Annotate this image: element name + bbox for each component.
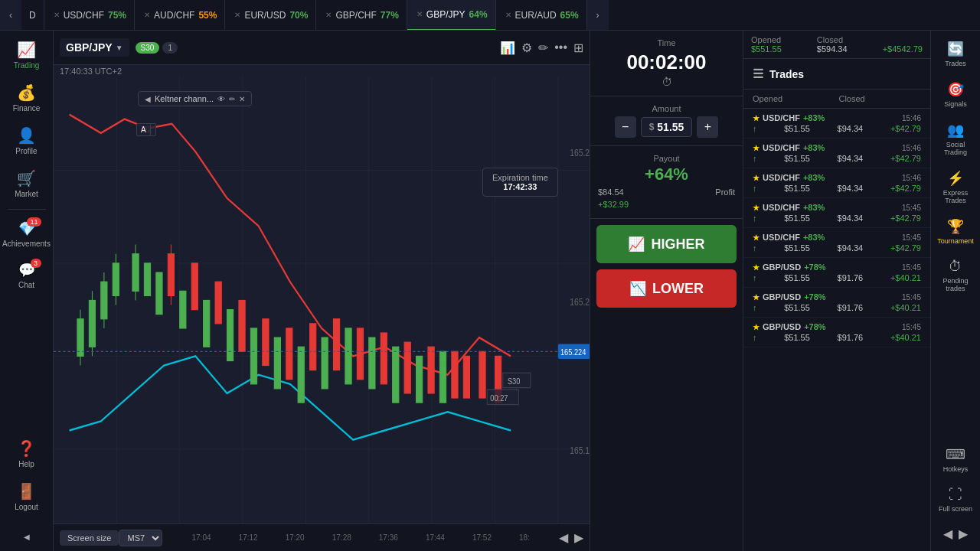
trade-opened-7: $51.55 — [784, 333, 810, 342]
sidebar-item-chat[interactable]: 💬 3 Chat — [2, 256, 51, 295]
rs-signals-icon: 🎯 — [947, 81, 964, 98]
trade-pct-1: +83% — [803, 143, 825, 152]
payout-row: $84.54 Profit — [598, 186, 735, 198]
amount-decrease-button[interactable]: − — [615, 116, 636, 138]
trade-profit-0: +$42.79 — [890, 124, 921, 133]
chat-badge-count: 3 — [31, 259, 41, 268]
indicator-eye-icon[interactable]: 👁 — [217, 95, 225, 103]
higher-label: HIGHER — [651, 236, 704, 253]
trade-row: ★ GBP/USD +78% 15:45 ↑ $51.55 $91.76 +$4… — [743, 318, 930, 347]
chart-right-arrow[interactable]: ▶ — [574, 530, 583, 545]
sidebar-item-achievements[interactable]: 💎 11 Achievements — [2, 214, 51, 254]
rs-item-signals[interactable]: 🎯 Signals — [932, 75, 979, 114]
rs-signals-label: Signals — [944, 100, 967, 108]
chart-left-arrow[interactable]: ◀ — [559, 530, 568, 545]
time-label-3: 17:28 — [332, 533, 351, 542]
svg-rect-49 — [381, 333, 387, 384]
trades-panel: Opened $551.55 Closed $594.34 +$4542.79 … — [743, 31, 930, 551]
rs-item-hotkeys[interactable]: ⌨ Hotkeys — [932, 440, 979, 479]
svg-rect-29 — [227, 310, 233, 361]
trade-pair-2: USD/CHF — [763, 173, 800, 182]
tab-d-label: D — [29, 10, 36, 21]
tab-close-euraud[interactable]: ✕ — [505, 11, 511, 19]
sidebar-chat-label: Chat — [18, 281, 34, 289]
tab-gbpchf[interactable]: ✕ GBP/CHF 77% — [316, 0, 407, 31]
payout-label: Payout — [598, 154, 735, 163]
toolbar-badge-s30[interactable]: S30 — [136, 42, 160, 54]
pair-selector[interactable]: GBP/JPY ▼ — [60, 38, 129, 57]
rs-item-fullscreen[interactable]: ⛶ Full screen — [932, 481, 979, 519]
tab-euraud[interactable]: ✕ EUR/AUD 65% — [496, 0, 587, 31]
rs-item-social[interactable]: 👥 Social Trading — [932, 116, 979, 162]
trade-up-arrow-1: ↑ — [753, 154, 757, 163]
tab-close-audchf[interactable]: ✕ — [144, 11, 150, 19]
chart-settings-icon[interactable]: ⚙ — [521, 41, 532, 55]
sidebar-item-logout[interactable]: 🚪 Logout — [2, 476, 51, 517]
chart-type-icon[interactable]: 📊 — [500, 41, 515, 55]
indicator-back-icon[interactable]: ◀ — [145, 95, 151, 103]
screen-size-button[interactable]: Screen size — [60, 530, 119, 546]
chart-pen-icon[interactable]: ✏ — [538, 41, 548, 55]
rs-left-arrow[interactable]: ◀ — [943, 527, 952, 541]
tab-eurusd[interactable]: ✕ EUR/USD 70% — [225, 0, 316, 31]
payout-section: Payout +64% $84.54 Profit +$32.99 — [590, 146, 743, 219]
amount-control: − $ 51.55 + — [598, 116, 735, 138]
svg-rect-26 — [156, 272, 162, 315]
sidebar-item-market[interactable]: 🛒 Market — [2, 163, 51, 204]
svg-rect-37 — [416, 356, 423, 403]
tab-audchf-pct: 55% — [198, 10, 217, 21]
rs-item-trades[interactable]: 🔄 Trades — [932, 34, 979, 73]
tab-gbpjpy[interactable]: ✕ GBP/JPY 64% — [407, 0, 496, 31]
rs-right-arrow[interactable]: ▶ — [959, 527, 968, 541]
trade-opened-0: $51.55 — [784, 124, 810, 133]
tab-usdchf[interactable]: ✕ USD/CHF 75% — [44, 0, 135, 31]
trade-row: ★ USD/CHF +83% 15:46 ↑ $51.55 $94.34 +$4… — [743, 139, 930, 168]
tab-audchf[interactable]: ✕ AUD/CHF 55% — [135, 0, 225, 31]
rs-hotkeys-label: Hotkeys — [943, 465, 969, 473]
amount-value: 51.55 — [657, 121, 684, 133]
higher-button[interactable]: 📈 HIGHER — [596, 225, 737, 263]
pair-label: GBP/JPY — [66, 41, 113, 54]
rs-item-tournament[interactable]: 🏆 Tournament — [932, 212, 979, 251]
svg-rect-38 — [439, 351, 446, 403]
svg-rect-36 — [393, 347, 399, 403]
sidebar-nav-left[interactable]: ◀ — [2, 527, 51, 547]
lower-button[interactable]: 📉 LOWER — [596, 269, 737, 308]
tab-close-eurusd[interactable]: ✕ — [234, 11, 240, 19]
rs-item-express[interactable]: ⚡ Express Trades — [932, 164, 979, 210]
trades-header: ☰ Trades — [743, 59, 930, 90]
trade-pct-5: +78% — [804, 262, 825, 272]
tab-d[interactable]: D — [21, 0, 44, 31]
rs-item-pending[interactable]: ⏱ Pending trades — [932, 253, 979, 298]
trade-pair-0: USD/CHF — [763, 113, 800, 122]
chart-grid-icon[interactable]: ⊞ — [573, 41, 583, 55]
tab-prev-button[interactable]: ‹ — [0, 0, 21, 31]
amount-currency: $ — [649, 122, 655, 132]
tab-gbpjpy-label: GBP/JPY — [426, 9, 466, 20]
stat-profit: +$4542.79 — [883, 44, 923, 54]
tab-close-gbpchf[interactable]: ✕ — [325, 11, 332, 19]
tab-close-gbpjpy[interactable]: ✕ — [416, 10, 423, 18]
svg-rect-52 — [452, 351, 458, 398]
rs-express-icon: ⚡ — [947, 170, 964, 187]
trade-pair-1: USD/CHF — [763, 143, 800, 152]
sidebar-item-profile[interactable]: 👤 Profile — [2, 120, 51, 161]
trades-list-icon: ☰ — [753, 67, 763, 81]
chart-svg: 165.250 165.200 165.150 — [54, 77, 590, 523]
indicator-close-icon[interactable]: ✕ — [239, 95, 245, 103]
sidebar-item-trading[interactable]: 📈 Trading — [2, 34, 51, 76]
tab-close-usdchf[interactable]: ✕ — [54, 11, 60, 19]
chart-more-icon[interactable]: ••• — [554, 41, 567, 55]
svg-rect-32 — [298, 347, 304, 403]
trade-opened-1: $51.55 — [784, 154, 810, 163]
amount-increase-button[interactable]: + — [697, 116, 718, 138]
ms-select[interactable]: MS7 MS5 MS3 MS1 — [119, 530, 162, 546]
toolbar-badge-1[interactable]: 1 — [162, 42, 178, 54]
rs-express-label: Express Trades — [935, 189, 976, 204]
svg-rect-43 — [239, 301, 245, 352]
indicator-edit-icon[interactable]: ✏ — [229, 95, 235, 103]
tab-next-button[interactable]: › — [587, 0, 609, 31]
sidebar-item-finance[interactable]: 💰 Finance — [2, 77, 51, 119]
chart-toolbar: GBP/JPY ▼ S30 1 📊 ⚙ ✏ ••• ⊞ — [54, 31, 590, 65]
sidebar-item-help[interactable]: ❓ Help — [2, 433, 51, 474]
